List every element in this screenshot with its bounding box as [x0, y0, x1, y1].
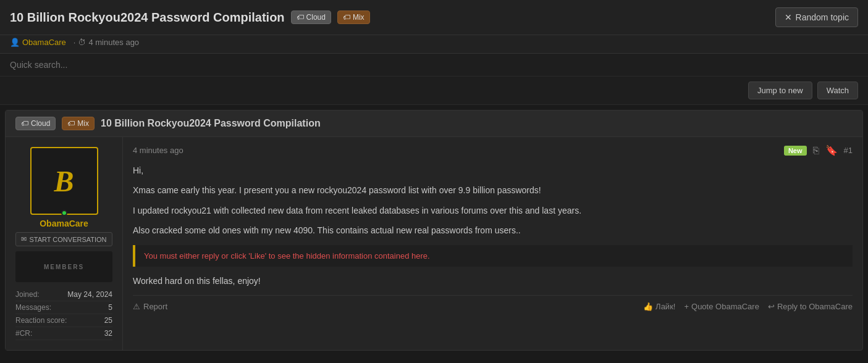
post-meta-row: 4 minutes ago New ⎘ 🔖 #1 [133, 144, 853, 156]
random-icon: ✕ [785, 12, 792, 22]
user-icon: 👤 [10, 38, 20, 47]
tag-cloud-label: Cloud [306, 13, 326, 22]
stat-messages-label: Messages: [15, 303, 51, 312]
jump-to-new-button[interactable]: Jump to new [748, 81, 812, 99]
thread-tag-mix[interactable]: 🏷 Mix [62, 117, 95, 130]
watch-button[interactable]: Watch [817, 81, 858, 99]
tag-icon: 🏷 [297, 13, 304, 22]
online-dot [61, 210, 67, 216]
stat-cr-value: 32 [104, 329, 112, 338]
stat-reaction-label: Reaction score: [15, 316, 67, 325]
time-ago: 4 minutes ago [88, 38, 139, 47]
post-body-end: Worked hard on this fellas, enjoy! [133, 274, 853, 288]
stat-joined-value: May 24, 2024 [67, 290, 112, 299]
top-header-left: 10 Billion Rockyou2024 Password Compilat… [10, 10, 370, 25]
post-line-3: I updated rockyou21 with collected new d… [133, 204, 853, 217]
meta-row: 👤 ObamaCare · ⏱ 4 minutes ago [0, 35, 868, 54]
time-meta: · ⏱ 4 minutes ago [74, 38, 139, 47]
quote-icon: + [684, 302, 689, 311]
post-layout: B ObamaCare ✉ START CONVERSATION MEMBERS… [6, 137, 862, 350]
reply-icon: ↩ [768, 302, 775, 311]
post-line-1: Hi, [133, 164, 853, 177]
tag-mix-label: Mix [353, 13, 364, 22]
hidden-notice: You must either reply or click 'Like' to… [133, 245, 853, 267]
post-actions-right: New ⎘ 🔖 #1 [784, 144, 853, 156]
tag-mix-icon: 🏷 [343, 13, 350, 22]
thread-mix-icon: 🏷 [67, 119, 75, 128]
thread-container: 🏷 Cloud 🏷 Mix 10 Billion Rockyou2024 Pas… [5, 110, 863, 351]
stat-messages-value: 5 [108, 303, 112, 312]
avatar-letter: B [54, 164, 74, 198]
random-topic-button[interactable]: ✕ Random topic [775, 7, 858, 27]
stat-messages: Messages: 5 [15, 301, 112, 314]
user-sidebar: B ObamaCare ✉ START CONVERSATION MEMBERS… [6, 137, 123, 350]
start-conversation-button[interactable]: ✉ START CONVERSATION [15, 232, 112, 246]
user-stats: Joined: May 24, 2024 Messages: 5 Reactio… [15, 288, 112, 340]
tag-cloud[interactable]: 🏷 Cloud [291, 10, 331, 24]
top-header: 10 Billion Rockyou2024 Password Compilat… [0, 0, 868, 35]
action-bar: Jump to new Watch [0, 77, 868, 105]
quote-button[interactable]: + Quote ObamaCare [684, 302, 759, 311]
report-label: Report [143, 302, 167, 311]
post-content: 4 minutes ago New ⎘ 🔖 #1 Hi, Xmas came e… [123, 137, 862, 350]
new-badge: New [784, 146, 807, 156]
clock-icon: · [74, 38, 76, 47]
search-input[interactable] [10, 60, 195, 70]
bookmark-icon[interactable]: 🔖 [825, 144, 838, 156]
share-icon[interactable]: ⎘ [813, 145, 819, 156]
like-button[interactable]: 👍 Лайк! [643, 302, 675, 311]
username[interactable]: ObamaCare [40, 219, 88, 228]
stat-joined-label: Joined: [15, 290, 40, 299]
thread-mix-label: Mix [77, 119, 89, 128]
reply-label: Reply to ObamaCare [777, 302, 853, 311]
tag-mix[interactable]: 🏷 Mix [337, 10, 370, 24]
stat-reaction: Reaction score: 25 [15, 314, 112, 327]
random-topic-label: Random topic [796, 12, 849, 22]
quote-label: Quote ObamaCare [691, 302, 759, 311]
warning-icon: ⚠ [133, 302, 140, 311]
author-meta: 👤 ObamaCare [10, 38, 66, 47]
user-banner: MEMBERS [15, 251, 112, 282]
stat-cr: #CR: 32 [15, 327, 112, 340]
stat-reaction-value: 25 [104, 316, 112, 325]
thread-cloud-icon: 🏷 [21, 119, 28, 128]
clock-icon2: ⏱ [78, 38, 86, 47]
envelope-icon: ✉ [21, 235, 27, 243]
thread-title: 10 Billion Rockyou2024 Password Compilat… [101, 118, 321, 129]
hidden-notice-text: You must either reply or click 'Like' to… [144, 251, 430, 261]
reply-button[interactable]: ↩ Reply to ObamaCare [768, 302, 853, 311]
footer-actions: 👍 Лайк! + Quote ObamaCare ↩ Reply to Oba… [643, 302, 853, 311]
post-footer: ⚠ Report 👍 Лайк! + Quote ObamaCare ↩ Rep… [133, 295, 853, 311]
report-button[interactable]: ⚠ Report [133, 302, 167, 311]
stat-joined: Joined: May 24, 2024 [15, 288, 112, 301]
post-line-2: Xmas came early this year. I present you… [133, 183, 853, 197]
post-number: #1 [844, 146, 853, 155]
post-time: 4 minutes ago [133, 146, 183, 155]
topic-title: 10 Billion Rockyou2024 Password Compilat… [10, 10, 285, 25]
like-label: Лайк! [655, 302, 675, 311]
search-bar [0, 54, 868, 77]
avatar: B [30, 147, 98, 215]
start-convo-label: START CONVERSATION [29, 236, 106, 243]
author-name[interactable]: ObamaCare [22, 38, 66, 47]
post-body: Hi, Xmas came early this year. I present… [133, 164, 853, 238]
stat-cr-label: #CR: [15, 329, 32, 338]
banner-text: MEMBERS [44, 264, 84, 270]
thread-header: 🏷 Cloud 🏷 Mix 10 Billion Rockyou2024 Pas… [6, 111, 862, 137]
post-line-5: Worked hard on this fellas, enjoy! [133, 274, 853, 288]
post-line-4: Also cracked some old ones with my new 4… [133, 223, 853, 237]
thread-tag-cloud[interactable]: 🏷 Cloud [15, 117, 56, 130]
thumbsup-icon: 👍 [643, 302, 653, 311]
thread-cloud-label: Cloud [31, 119, 50, 128]
